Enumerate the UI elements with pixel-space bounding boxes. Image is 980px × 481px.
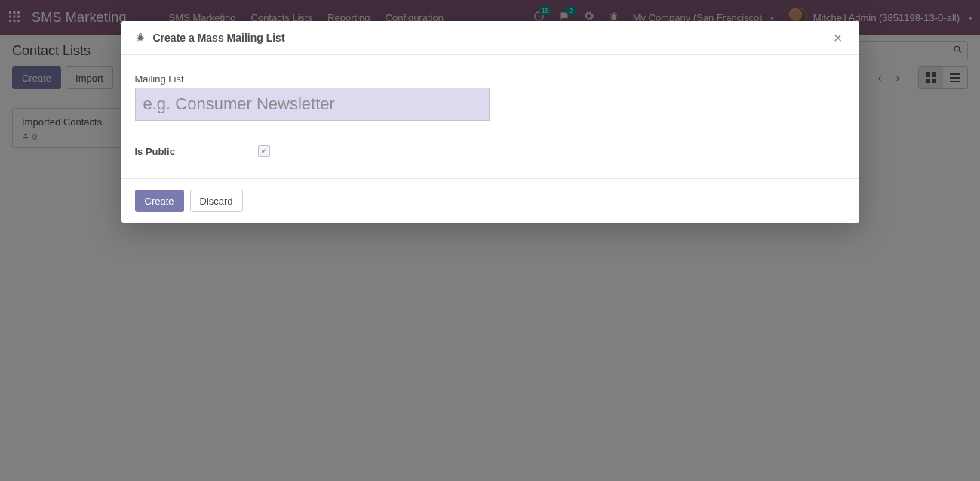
field-separator (250, 143, 250, 159)
modal-body: Mailing List Is Public ✔ (121, 55, 859, 178)
modal-title: Create a Mass Mailing List (153, 32, 285, 44)
modal: Create a Mass Mailing List × Mailing Lis… (121, 21, 859, 223)
modal-header: Create a Mass Mailing List × (121, 21, 859, 55)
is-public-checkbox[interactable]: ✔ (258, 145, 270, 157)
close-icon[interactable]: × (831, 30, 846, 45)
svg-point-20 (138, 35, 143, 40)
bug-icon[interactable] (135, 32, 146, 45)
mailing-list-input[interactable] (135, 88, 490, 121)
modal-create-button[interactable]: Create (135, 190, 184, 212)
mailing-list-label: Mailing List (135, 73, 846, 85)
is-public-label: Is Public (135, 146, 250, 157)
modal-discard-button[interactable]: Discard (190, 190, 243, 212)
modal-footer: Create Discard (121, 178, 859, 223)
